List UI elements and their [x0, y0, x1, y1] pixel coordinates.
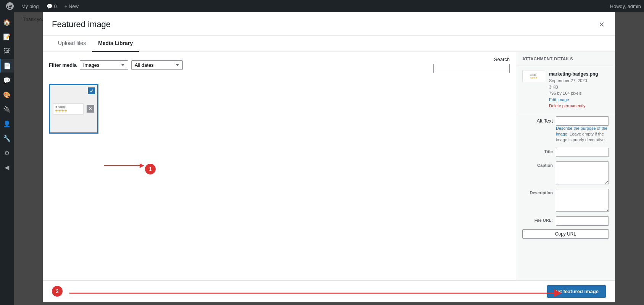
search-label: Search — [494, 56, 510, 62]
attachment-dimensions: 796 by 164 pixels — [549, 90, 598, 97]
tab-upload[interactable]: Upload files — [52, 36, 92, 52]
alt-text-label: Alt Text — [522, 116, 553, 124]
file-url-label: File URL: — [522, 216, 553, 223]
annotation-arrow-2 — [58, 284, 584, 303]
media-thumbnail-marketing-badges[interactable]: le Rating ★★★★ ✕ ✓ — [49, 84, 98, 134]
title-field-row: Title Featured Image — [516, 145, 615, 159]
attachment-date: September 27, 2020 — [549, 77, 598, 84]
edit-image-link[interactable]: Edit Image — [549, 97, 598, 103]
sidebar-icon-media[interactable]: 🖼 — [0, 44, 14, 58]
title-label: Title — [522, 148, 553, 154]
content-area: Featured image × Upload files Media Libr… — [14, 12, 644, 305]
annotation-badge-2: 2 — [52, 286, 63, 297]
attachment-preview: Google ★★★★ marketing-badges.png Septemb… — [516, 66, 615, 114]
modal-footer: 2 Set featured image — [43, 280, 615, 302]
attachment-filename: marketing-badges.png — [549, 71, 598, 77]
site-name: My blog — [21, 3, 39, 9]
attachment-meta: marketing-badges.png September 27, 2020 … — [549, 71, 598, 109]
description-label: Description — [522, 189, 553, 195]
sidebar-icon-dashboard[interactable]: 🏠 — [0, 15, 14, 29]
caption-label: Caption — [522, 161, 553, 168]
comments-count: 0 — [54, 3, 57, 9]
site-name-item[interactable]: My blog — [18, 0, 42, 12]
modal-overlay: Featured image × Upload files Media Libr… — [14, 12, 644, 305]
media-area: Filter media Images All media items Audi… — [43, 52, 516, 280]
modal-title: Featured image — [52, 19, 111, 29]
sidebar: 🏠 📝 🖼 📄 💬 🎨 🔌 👤 🔧 ⚙ ◀ — [0, 12, 14, 305]
sidebar-icon-settings[interactable]: ⚙ — [0, 146, 14, 160]
file-url-field-row: File URL: https://www.workwebsite.h — [516, 214, 615, 228]
sidebar-icon-posts[interactable]: 📝 — [0, 30, 14, 44]
comment-icon: 💬 — [47, 3, 53, 9]
badge-stars: ★★★★ — [55, 109, 67, 113]
file-url-input[interactable]: https://www.workwebsite.h — [556, 216, 609, 226]
filter-label: Filter media — [49, 62, 77, 68]
delete-permanently-link[interactable]: Delete permanently — [549, 103, 598, 109]
new-item[interactable]: + New — [61, 0, 82, 12]
thumbnail-checkmark: ✓ — [87, 87, 96, 95]
thumb-text: Google — [530, 74, 538, 76]
annotation-badge-1: 1 — [145, 164, 156, 174]
filter-bar: Filter media Images All media items Audi… — [43, 52, 516, 78]
modal-header: Featured image × — [43, 12, 615, 36]
sidebar-icon-collapse[interactable]: ◀ — [0, 160, 14, 174]
modal-body: Filter media Images All media items Audi… — [43, 52, 615, 280]
sidebar-icon-comments[interactable]: 💬 — [0, 73, 14, 87]
badge-text: le Rating — [55, 105, 66, 108]
wp-logo-item[interactable] — [3, 0, 17, 12]
attachment-details-header: ATTACHMENT DETAILS — [516, 52, 615, 66]
alt-text-field-row: Alt Text Featured Image Describe the pur… — [516, 114, 615, 145]
title-input[interactable]: Featured Image — [556, 148, 609, 157]
date-filter-select[interactable]: All dates January 2021 September 2020 — [131, 60, 183, 70]
media-grid-container: le Rating ★★★★ ✕ ✓ — [43, 78, 516, 280]
type-filter-select[interactable]: Images All media items Audio Video — [80, 60, 128, 70]
tab-library[interactable]: Media Library — [92, 36, 139, 52]
alt-text-field-container: Featured Image Describe the purpose of t… — [556, 116, 609, 143]
sidebar-icon-pages[interactable]: 📄 — [0, 59, 14, 73]
badge-row-2: ★★★★ — [55, 109, 67, 113]
caption-textarea[interactable] — [556, 161, 609, 184]
media-grid: le Rating ★★★★ ✕ ✓ — [43, 78, 516, 280]
modal-tabs: Upload files Media Library — [43, 36, 615, 52]
search-input[interactable] — [433, 64, 510, 73]
thumb-stars: ★★★★ — [530, 76, 538, 79]
copy-url-button[interactable]: Copy URL — [522, 229, 609, 239]
main-layout: 🏠 📝 🖼 📄 💬 🎨 🔌 👤 🔧 ⚙ ◀ Featured image × U… — [0, 12, 644, 305]
badge-row-1: le Rating — [55, 105, 66, 108]
modal-close-button[interactable]: × — [597, 18, 606, 31]
wp-logo-icon — [6, 2, 14, 10]
howdy-label: Howdy, admin — [610, 3, 641, 9]
sidebar-icon-tools[interactable]: 🔧 — [0, 131, 14, 145]
alt-text-hint: Describe the purpose of the image. Leave… — [556, 126, 609, 143]
attachment-thumbnail: Google ★★★★ — [522, 71, 545, 82]
sidebar-icon-plugins[interactable]: 🔌 — [0, 102, 14, 116]
alt-text-input[interactable]: Featured Image — [556, 116, 609, 126]
attachment-thumb-inner: Google ★★★★ — [530, 74, 538, 79]
comments-item[interactable]: 💬 0 — [43, 0, 60, 12]
attachment-details-panel: ATTACHMENT DETAILS Google ★★★★ marketing… — [516, 52, 615, 280]
attachment-size: 3 KB — [549, 84, 598, 90]
sidebar-icon-appearance[interactable]: 🎨 — [0, 88, 14, 102]
caption-field-row: Caption — [516, 159, 615, 187]
search-area: Search — [433, 56, 510, 73]
description-textarea[interactable] — [556, 189, 609, 212]
certified-icon: ✕ — [87, 105, 94, 113]
description-field-row: Description — [516, 187, 615, 214]
modal: Featured image × Upload files Media Libr… — [43, 12, 615, 302]
badge-image-preview: le Rating ★★★★ — [53, 103, 84, 115]
sidebar-icon-users[interactable]: 👤 — [0, 117, 14, 131]
set-featured-image-button[interactable]: Set featured image — [547, 285, 606, 298]
admin-bar: My blog 💬 0 + New Howdy, admin — [0, 0, 644, 12]
new-label: + New — [64, 3, 79, 9]
